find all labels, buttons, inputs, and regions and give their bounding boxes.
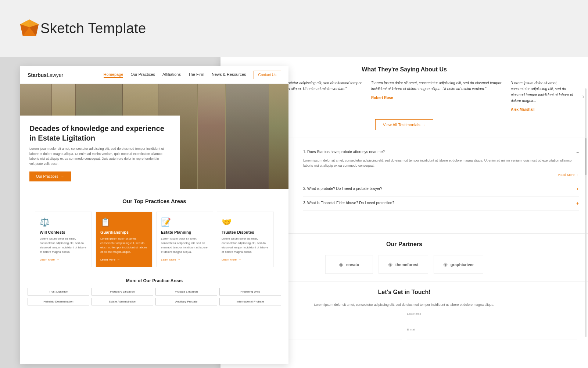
nav-practices[interactable]: Our Practices [130, 72, 155, 78]
more-practices-grid: Trust Ligitation Fiduciary Litigation Pr… [28, 288, 281, 305]
faq-answer-1: Lorem ipsum dolor sit amet, consectetur … [303, 158, 579, 169]
practice-desc-2: Lorem ipsum dolor sit amet, consectetur … [161, 237, 208, 254]
practice-card-trustee-disputes: 🤝 Trustee Disputes Lorem ipsum dolor sit… [217, 212, 274, 267]
tag-probate[interactable]: Probate Litigation [155, 288, 217, 296]
faq-toggle-1[interactable]: − [576, 150, 579, 155]
testimonial-next-arrow[interactable]: › [582, 93, 584, 100]
partner-graphicriver: ◈ graphicriver [434, 255, 484, 274]
tag-international[interactable]: International Probate [219, 298, 281, 305]
nav-firm[interactable]: The Firm [188, 72, 204, 78]
themeforest-icon: ◈ [388, 261, 392, 268]
nav-news[interactable]: News & Resources [212, 72, 246, 78]
practice-card-will-contests: ⚖️ Will Contests Lorem ipsum dolor sit a… [35, 212, 92, 267]
contact-us-button[interactable]: Contact Us [254, 71, 281, 79]
envato-icon: ◈ [339, 261, 343, 268]
faq-toggle-3[interactable]: + [576, 201, 579, 206]
scrollbar[interactable] [585, 88, 587, 337]
testimonial-author-2: Robert Rose [371, 95, 503, 101]
learn-more-3[interactable]: Learn More → [222, 258, 269, 261]
practice-name-1: Guardianships [100, 230, 148, 234]
faq-item-3: 3. What is Financial Elder Abuse? Do I n… [303, 197, 579, 211]
envato-label: envato [346, 262, 359, 267]
view-all-testimonials-button[interactable]: View All Testimonials → [375, 119, 433, 130]
practice-desc-1: Lorem ipsum dolor sit amet, consectetur … [100, 237, 148, 254]
practice-cards-row: ⚖️ Will Contests Lorem ipsum dolor sit a… [28, 212, 281, 267]
partner-envato: ◈ envato [325, 255, 373, 274]
faq-item-2: 2. What is probate? Do I need a probate … [303, 182, 579, 197]
arrow-icon-1: → [117, 258, 120, 261]
practices-title: Our Top Practices Areas [28, 198, 281, 204]
tag-trust-ligitation[interactable]: Trust Ligitation [28, 288, 89, 296]
left-card: StarbusLawyer Homepage Our Practices Aff… [20, 66, 288, 364]
last-name-label: Last Name [407, 312, 577, 315]
last-name-field: Last Name [407, 312, 577, 324]
practice-card-estate-planning: 📝 Estate Planning Lorem ipsum dolor sit … [156, 212, 213, 267]
tag-ancillary[interactable]: Ancillary Probate [155, 298, 217, 305]
testimonial-text-2: "Lorem ipsum dolor sit amet, consectetur… [371, 80, 503, 92]
graphicriver-label: graphicriver [451, 262, 474, 267]
faq-toggle-2[interactable]: + [576, 187, 579, 192]
header: Sketch Template [0, 0, 588, 57]
hero-cta-button[interactable]: Our Practices → [29, 171, 71, 181]
email-field: E-mail [407, 328, 577, 340]
guardianships-icon: 📋 [100, 217, 148, 227]
arrow-icon-0: → [56, 258, 59, 261]
trustee-disputes-icon: 🤝 [222, 217, 269, 227]
arrow-icon-2: → [178, 258, 180, 261]
nav-homepage[interactable]: Homepage [104, 72, 123, 78]
more-practices-title: More of Our Practice Areas [28, 278, 281, 283]
tag-estate-admin[interactable]: Estate Administration [92, 298, 153, 305]
content-area: What They're Saying About Us ‹ "Lorem ip… [0, 57, 588, 368]
page-title: Sketch Template [40, 21, 146, 36]
tag-fiduciary[interactable]: Fiduciary Litigation [92, 288, 153, 296]
faq-items-list: 1. Does Starbus have probate attorneys n… [294, 138, 588, 233]
practice-desc-3: Lorem ipsum dolor sit amet, consectetur … [222, 237, 269, 254]
more-practices-section: More of Our Practice Areas Trust Ligitat… [20, 273, 288, 311]
hero-title: Decades of knowledge and experience in E… [29, 124, 171, 143]
themeforest-label: themeforest [395, 262, 419, 267]
scrollbar-thumb[interactable] [585, 138, 587, 175]
will-contests-icon: ⚖️ [40, 217, 87, 227]
learn-more-2[interactable]: Learn More → [161, 258, 208, 261]
practice-card-guardianships: 📋 Guardianships Lorem ipsum dolor sit am… [96, 212, 153, 267]
learn-more-0[interactable]: Learn More → [40, 258, 87, 261]
email-label: E-mail [407, 328, 577, 331]
faq-question-2[interactable]: 2. What is probate? Do I need a probate … [303, 187, 579, 192]
testimonial-item-3: "Lorem ipsum dolor sit amet, consectetur… [511, 80, 577, 113]
partner-themeforest: ◈ themeforest [379, 255, 428, 274]
last-name-input[interactable] [407, 317, 577, 324]
nav-affiliations[interactable]: Affiliations [162, 72, 181, 78]
hero-overlay: Decades of knowledge and experience in E… [20, 116, 180, 189]
site-nav: StarbusLawyer Homepage Our Practices Aff… [20, 66, 288, 84]
practice-name-0: Will Contests [40, 230, 87, 234]
testimonial-item-2: "Lorem ipsum dolor sit amet, consectetur… [371, 80, 503, 113]
email-input[interactable] [407, 333, 577, 340]
practice-name-3: Trustee Disputes [222, 230, 269, 234]
testimonial-text-3: "Lorem ipsum dolor sit amet, consectetur… [511, 80, 577, 104]
sketch-logo-icon [18, 18, 40, 40]
hero-arrow-icon: → [61, 174, 64, 178]
estate-planning-icon: 📝 [161, 217, 208, 227]
learn-more-1[interactable]: Learn More → [100, 258, 148, 261]
faq-read-more-link-1[interactable]: Read More → [558, 173, 579, 177]
site-brand: StarbusLawyer [28, 72, 63, 78]
faq-question-1[interactable]: 1. Does Starbus have probate attorneys n… [303, 150, 579, 155]
tag-probating[interactable]: Probating Wills [219, 288, 281, 296]
arrow-icon-3: → [238, 258, 241, 261]
practice-desc-0: Lorem ipsum dolor sit amet, consectetur … [40, 237, 87, 254]
practice-name-2: Estate Planning [161, 230, 208, 234]
graphicriver-icon: ◈ [443, 261, 448, 268]
tag-heirship[interactable]: Heirship Determination [28, 298, 89, 305]
hero-image: Decades of knowledge and experience in E… [20, 84, 288, 189]
testimonial-author-3: Alex Marshall [511, 107, 577, 113]
practices-section: Our Top Practices Areas ⚖️ Will Contests… [20, 189, 288, 273]
hero-text: Lorem ipsum dolor sit amet, consectetur … [29, 146, 171, 166]
faq-item-1: 1. Does Starbus have probate attorneys n… [303, 145, 579, 182]
faq-question-3[interactable]: 3. What is Financial Elder Abuse? Do I n… [303, 201, 579, 206]
nav-links: Homepage Our Practices Affiliations The … [104, 72, 246, 78]
